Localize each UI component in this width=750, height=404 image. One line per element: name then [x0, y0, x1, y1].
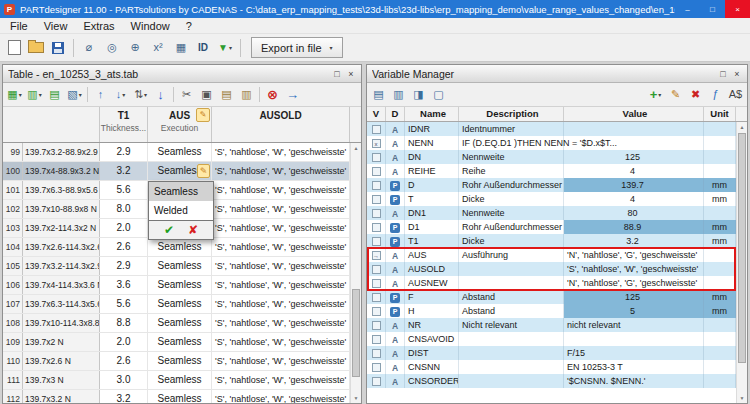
variable-row[interactable]: PFAbstand125mm — [367, 290, 736, 304]
cell-ausold[interactable]: 'S', 'nahtlose', 'W', 'geschweisste' — [212, 162, 350, 180]
variable-row[interactable]: PD1Rohr Außendurchmesser88.9mm — [367, 220, 736, 234]
edit-pencil-icon[interactable]: ✎ — [197, 164, 210, 178]
cell-aus[interactable]: Seamless — [148, 238, 212, 256]
variable-value[interactable]: 3.2 — [564, 234, 704, 248]
variable-row[interactable]: AAUSNEW'N', 'nahtlose', 'G', 'geschweiss… — [367, 276, 736, 290]
variable-row[interactable]: ACNSAVOID — [367, 332, 736, 346]
row-header[interactable]: 109139.7x2 N — [3, 333, 100, 351]
confirm-button[interactable]: ✔ — [164, 223, 174, 237]
close-button[interactable]: × — [725, 0, 750, 18]
row-header[interactable]: 111139.7x3 N — [3, 371, 100, 389]
cut-button[interactable]: ✂ — [177, 85, 196, 104]
variable-value[interactable]: 88.9 — [564, 220, 704, 234]
cell-ausold[interactable]: 'S', 'nahtlose', 'W', 'geschweisste' — [212, 276, 350, 294]
maximize-button[interactable]: □ — [700, 0, 725, 18]
table-row[interactable]: 105139.7x3.2-114.3x2.9 N2.9Seamless'S', … — [3, 257, 350, 276]
variable-row[interactable]: ANRNicht relevantnicht relevant — [367, 318, 736, 332]
variable-row[interactable]: AIDNRIdentnummer — [367, 122, 736, 136]
cancel-button[interactable]: ✘ — [188, 223, 198, 237]
variable-name[interactable]: NENN — [405, 136, 459, 150]
menu-help[interactable]: ? — [178, 19, 200, 33]
variable-list-button[interactable]: ▤ — [369, 85, 388, 104]
cell-ausold[interactable]: 'S', 'nahtlose', 'W', 'geschweisste' — [212, 238, 350, 256]
cell-t1[interactable]: 2.6 — [100, 352, 148, 370]
options-button[interactable]: ⊕ — [124, 37, 146, 59]
variable-row[interactable]: ACNSORDER'$CNSNN. $NENN.' — [367, 374, 736, 388]
variable-value[interactable]: 'S', 'nahtlose', 'W', 'geschweisste' — [564, 262, 704, 276]
export-in-file-button[interactable]: Export in file ▾ — [251, 37, 343, 58]
cell-ausold[interactable]: 'S', 'nahtlose', 'W', 'geschweisste' — [212, 257, 350, 275]
cell-t1[interactable]: 2.0 — [100, 219, 148, 237]
apply-button[interactable]: → — [283, 85, 302, 104]
cell-aus[interactable]: Seamless — [148, 276, 212, 294]
sort-button[interactable]: ⇅▾ — [131, 85, 150, 104]
column-header-unit[interactable]: Unit — [704, 107, 736, 121]
table-row[interactable]: 110139.7x2.6 N2.6Seamless'S', 'nahtlose'… — [3, 352, 350, 371]
variable-value[interactable] — [564, 332, 704, 346]
variable-value[interactable]: 125 — [564, 150, 704, 164]
column-header-v[interactable]: V — [367, 107, 386, 121]
scroll-down-icon[interactable]: ▼ — [737, 393, 747, 403]
cell-t1[interactable]: 3.6 — [100, 276, 148, 294]
variable-value[interactable]: 'N', 'nahtlose', 'G', 'geschweisste' — [564, 248, 704, 262]
variable-value[interactable]: EN 10253-3 T — [564, 360, 704, 374]
filter-variables-button[interactable]: ▥ — [389, 85, 408, 104]
open-file-button[interactable] — [25, 37, 47, 59]
variable-row[interactable]: PHAbstand5mm — [367, 304, 736, 318]
cell-ausold[interactable]: 'S', 'nahtlose', 'W', 'geschweisste' — [212, 143, 350, 161]
cell-ausold[interactable]: 'S', 'nahtlose', 'W', 'geschweisste' — [212, 314, 350, 332]
row-header[interactable]: 105139.7x3.2-114.3x2.9 N — [3, 257, 100, 275]
minimize-button[interactable]: – — [675, 0, 700, 18]
row-header[interactable]: 107139.7x6.3-114.3x5.6 N — [3, 295, 100, 313]
variable-row[interactable]: AAUSOLD'S', 'nahtlose', 'W', 'geschweiss… — [367, 262, 736, 276]
menu-extras[interactable]: Extras — [75, 19, 122, 33]
variable-name[interactable]: D — [405, 178, 459, 192]
cell-ausold[interactable]: 'S', 'nahtlose', 'W', 'geschweisste' — [212, 200, 350, 218]
variable-name[interactable]: AUSOLD — [405, 262, 459, 276]
variable-row[interactable]: ADNNennweite125 — [367, 150, 736, 164]
variable-value[interactable]: 5 — [564, 304, 704, 318]
variable-name[interactable]: DIST — [405, 346, 459, 360]
variable-row[interactable]: PT1Dicke3.2mm — [367, 234, 736, 248]
cell-ausold[interactable]: 'S', 'nahtlose', 'W', 'geschweisste' — [212, 390, 350, 403]
variable-document-button[interactable]: ▢ — [429, 85, 448, 104]
dropdown-option-seamless[interactable]: Seamless — [149, 182, 213, 201]
table-row[interactable]: 107139.7x6.3-114.3x5.6 N5.6Seamless'S', … — [3, 295, 350, 314]
add-variable-button[interactable]: +▾ — [646, 85, 665, 104]
variable-value[interactable]: F/15 — [564, 346, 704, 360]
zoom-button[interactable]: ◎ — [101, 37, 123, 59]
row-header[interactable]: 108139.7x10-114.3x8.8 N — [3, 314, 100, 332]
variable-row[interactable]: ACNSNNEN 10253-3 T — [367, 360, 736, 374]
variable-value[interactable]: 80 — [564, 206, 704, 220]
panel-maximize-button[interactable]: □ — [716, 69, 730, 79]
menu-view[interactable]: View — [36, 19, 76, 33]
measure-button[interactable]: ⌀ — [78, 37, 100, 59]
variable-row[interactable]: PDRohr Außendurchmesser139.7mm — [367, 178, 736, 192]
panel-close-button[interactable]: × — [730, 69, 744, 79]
filter-dropdown-button[interactable]: ▼ ▾ — [214, 37, 236, 59]
translate-button[interactable]: A$ — [726, 85, 745, 104]
variable-value[interactable]: 'N', 'nahtlose', 'G', 'geschweisste' — [564, 276, 704, 290]
edit-column-pencil-icon[interactable]: ✎ — [196, 108, 210, 122]
table-row[interactable]: 111139.7x3 N3.0Seamless'S', 'nahtlose', … — [3, 371, 350, 390]
row-header[interactable]: 100139.7x4-88.9x3.2 N — [3, 162, 100, 180]
cell-t1[interactable]: 5.6 — [100, 181, 148, 199]
variable-row[interactable]: →AAUSAusführung'N', 'nahtlose', 'G', 'ge… — [367, 248, 736, 262]
dropdown-option-welded[interactable]: Welded — [149, 201, 213, 220]
row-header[interactable]: 103139.7x2-114.3x2 N — [3, 219, 100, 237]
variable-value[interactable]: nicht relevant — [564, 318, 704, 332]
cell-aus[interactable]: Seamless — [148, 352, 212, 370]
cell-ausold[interactable]: 'S', 'nahtlose', 'W', 'geschweisste' — [212, 333, 350, 351]
scroll-up-icon[interactable]: ▲ — [737, 122, 747, 132]
table-row[interactable]: 100139.7x4-88.9x3.2 N3.2Seamless✎'S', 'n… — [3, 162, 350, 181]
add-column-button[interactable]: ▥▾ — [25, 85, 44, 104]
cell-t1[interactable]: 3.2 — [100, 162, 148, 180]
sort-column-button[interactable]: ↓ — [151, 85, 170, 104]
variable-value[interactable]: '$CNSNN. $NENN.' — [564, 374, 704, 388]
scroll-down-icon[interactable]: ▼ — [351, 393, 361, 403]
variable-name[interactable]: AUSNEW — [405, 276, 459, 290]
cell-t1[interactable]: 5.6 — [100, 295, 148, 313]
variable-name[interactable]: NR — [405, 318, 459, 332]
row-header[interactable]: 101139.7x6.3-88.9x5.6 N — [3, 181, 100, 199]
table-row[interactable]: 99139.7x3.2-88.9x2.9 N2.9Seamless'S', 'n… — [3, 143, 350, 162]
